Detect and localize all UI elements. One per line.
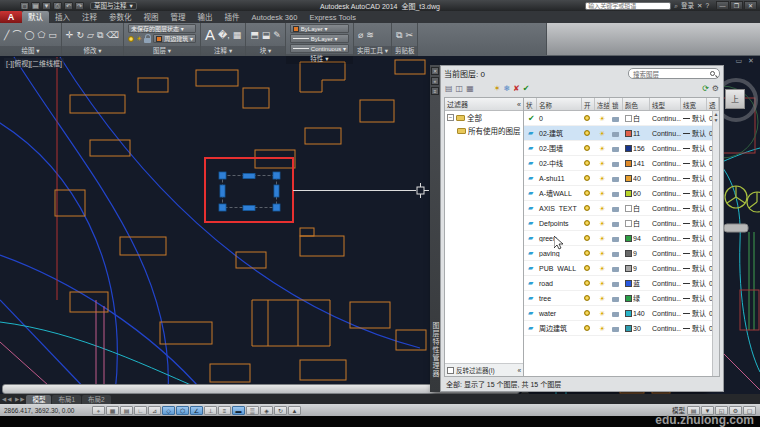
layer-lock-cell[interactable] xyxy=(610,159,623,167)
bulb-icon[interactable] xyxy=(584,130,590,136)
panel-label[interactable]: 图层 ▾ xyxy=(124,46,200,56)
layer-lock-cell[interactable] xyxy=(610,249,623,257)
unlock-icon[interactable] xyxy=(612,147,619,152)
color-swatch[interactable] xyxy=(625,115,632,122)
layer-lock-cell[interactable] xyxy=(610,189,623,197)
layer-lineweight-cell[interactable]: 默认 xyxy=(681,218,707,228)
layer-states-manager-icon[interactable]: ▦ xyxy=(466,84,474,94)
workspace-dropdown[interactable]: 草图与注释 ▾ xyxy=(90,2,137,10)
ribbon-tab-输出[interactable]: 输出 xyxy=(192,11,219,23)
layer-freeze-cell[interactable]: ☀ xyxy=(595,220,610,227)
color-swatch[interactable] xyxy=(625,310,632,317)
layer-lineweight-cell[interactable]: 默认 xyxy=(681,323,707,333)
bulb-icon[interactable] xyxy=(584,265,590,271)
layer-lineweight-cell[interactable]: 默认 xyxy=(681,158,707,168)
column-header-5[interactable]: 颜色 xyxy=(623,98,650,110)
lock-icon[interactable] xyxy=(144,38,151,43)
layer-freeze-cell[interactable]: ☀ xyxy=(595,235,610,242)
bulb-icon[interactable] xyxy=(128,36,134,42)
column-header-1[interactable]: 名称 xyxy=(537,98,582,110)
layer-lineweight-cell[interactable]: 默认 xyxy=(681,293,707,303)
viewcube-top-face[interactable]: 上 xyxy=(725,89,745,109)
layer-on-cell[interactable] xyxy=(582,115,595,121)
column-header-8[interactable]: 透 xyxy=(707,98,719,110)
new-vp-frozen-layer-icon[interactable]: ❄ xyxy=(503,84,510,94)
unlock-icon[interactable] xyxy=(612,177,619,182)
layer-lock-cell[interactable] xyxy=(610,219,623,227)
layer-row[interactable]: ▰road☀蓝Continu...默认0 xyxy=(524,276,719,291)
layer-row[interactable]: ▰water☀140Continu...默认0 xyxy=(524,306,719,321)
layer-on-cell[interactable] xyxy=(582,160,595,166)
layer-row[interactable]: ▰AXIS_TEXT☀白Continu...默认0 xyxy=(524,201,719,216)
sun-icon[interactable]: ☀ xyxy=(597,295,606,302)
color-swatch[interactable] xyxy=(625,145,632,152)
tool-icon[interactable]: ↻ xyxy=(76,30,84,40)
column-header-2[interactable]: 开 xyxy=(582,98,595,110)
layer-on-cell[interactable] xyxy=(582,220,595,226)
color-swatch[interactable] xyxy=(625,130,632,137)
sun-icon[interactable]: ☀ xyxy=(597,115,606,122)
layer-lineweight-cell[interactable]: 默认 xyxy=(681,203,707,213)
layer-linetype-cell[interactable]: Continu... xyxy=(650,205,681,212)
layer-freeze-cell[interactable]: ☀ xyxy=(595,145,610,152)
unlock-icon[interactable] xyxy=(612,207,619,212)
bulb-icon[interactable] xyxy=(584,160,590,166)
tool-icon[interactable]: ⌫ xyxy=(106,30,119,40)
layer-color-cell[interactable]: 9 xyxy=(623,250,650,257)
layer-freeze-cell[interactable]: ☀ xyxy=(595,115,610,122)
layer-on-cell[interactable] xyxy=(582,130,595,136)
layer-lock-cell[interactable] xyxy=(610,114,623,122)
layer-row[interactable]: ▰02-围墙☀156Continu...默认0 xyxy=(524,141,719,156)
unlock-icon[interactable] xyxy=(612,162,619,167)
tool-icon[interactable]: ⬒ xyxy=(250,30,259,40)
layout-nav-arrows[interactable]: ◀◀ ▶▶ xyxy=(2,396,25,402)
layer-color-cell[interactable]: 94 xyxy=(623,235,650,242)
property-dropdown[interactable]: ByLayer ▾ xyxy=(290,24,349,33)
tool-icon[interactable]: ⧉ xyxy=(97,30,103,40)
ribbon-tab-Autodesk 360[interactable]: Autodesk 360 xyxy=(246,11,304,23)
status-toggle-7[interactable]: ∠ xyxy=(190,406,203,415)
redo-icon[interactable]: ↷ xyxy=(75,2,84,10)
panel-label[interactable]: 块 ▾ xyxy=(246,46,285,56)
help-search-input[interactable] xyxy=(585,2,671,10)
plot-icon[interactable]: ⎙ xyxy=(53,2,62,10)
status-toggle-8[interactable]: ⊥ xyxy=(204,406,217,415)
panel-label[interactable]: 注释 ▾ xyxy=(201,46,245,56)
set-current-icon[interactable]: ✔ xyxy=(523,84,530,94)
layer-linetype-cell[interactable]: Continu... xyxy=(650,280,681,287)
sun-icon[interactable]: ☀ xyxy=(597,130,606,137)
layer-lineweight-cell[interactable]: 默认 xyxy=(681,173,707,183)
collapse-pane-icon[interactable]: « xyxy=(517,367,521,374)
color-swatch[interactable] xyxy=(625,175,632,182)
status-toggle-11[interactable]: ▒ xyxy=(246,406,259,415)
filter-tree-child[interactable]: 所有使用的图层 xyxy=(445,124,523,137)
tool-icon[interactable]: �, xyxy=(218,30,230,40)
bulb-icon[interactable] xyxy=(584,220,590,226)
status-toggle-1[interactable]: ▦ xyxy=(106,406,119,415)
status-toggle-4[interactable]: ⊿ xyxy=(148,406,161,415)
layer-on-cell[interactable] xyxy=(582,235,595,241)
column-header-4[interactable]: 锁 xyxy=(610,98,623,110)
layer-color-cell[interactable]: 白 xyxy=(623,113,650,123)
sun-icon[interactable]: ☀ xyxy=(597,280,606,287)
layer-on-cell[interactable] xyxy=(582,145,595,151)
property-dropdown[interactable]: Continuous ▾ xyxy=(290,44,349,53)
sun-icon[interactable]: ☀ xyxy=(597,205,606,212)
tab-布局1[interactable]: 布局1 xyxy=(52,395,81,404)
layer-color-cell[interactable]: 蓝 xyxy=(623,278,650,288)
tool-icon[interactable]: ✂ xyxy=(405,30,413,40)
panel-label[interactable]: 修改 ▾ xyxy=(62,46,123,56)
palette-autohide-icon[interactable]: « xyxy=(431,77,439,85)
layer-row[interactable]: ▰02-中线☀141Continu...默认0 xyxy=(524,156,719,171)
sun-icon[interactable]: ☀ xyxy=(597,220,606,227)
sun-icon[interactable]: ☀ xyxy=(597,265,606,272)
tool-icon[interactable]: ✎ xyxy=(273,30,281,40)
layer-linetype-cell[interactable]: Continu... xyxy=(650,145,681,152)
layer-row[interactable]: ▰PUB_WALL☀9Continu...默认0 xyxy=(524,261,719,276)
color-swatch[interactable] xyxy=(625,235,632,242)
layer-row[interactable]: ▰tree☀绿Continu...默认0 xyxy=(524,291,719,306)
layer-lock-cell[interactable] xyxy=(610,129,623,137)
sun-icon[interactable]: ☀ xyxy=(597,145,606,152)
layer-on-cell[interactable] xyxy=(582,190,595,196)
layer-color-cell[interactable]: 156 xyxy=(623,145,650,152)
